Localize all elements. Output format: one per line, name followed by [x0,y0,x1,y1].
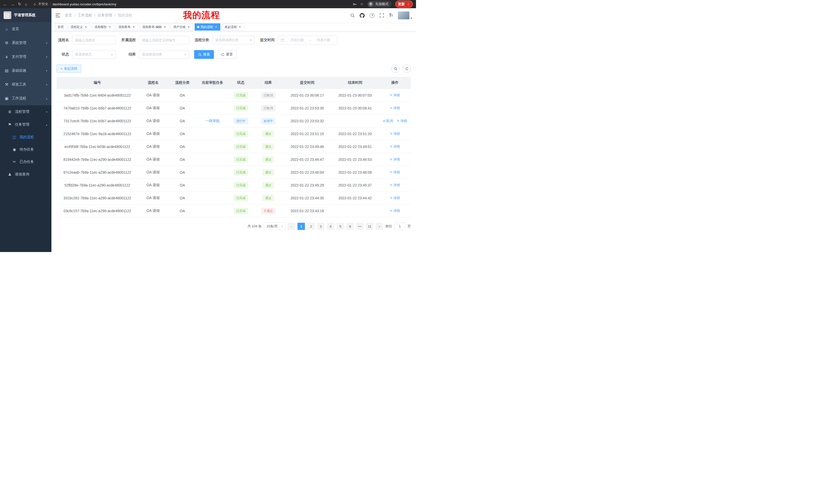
bookmark-star-icon[interactable]: ☆ [360,2,364,6]
submit-time-range-picker[interactable]: 开始日期 - 结束日期 [278,36,337,45]
logo-image [4,11,11,19]
home-icon[interactable]: ⌂ [25,2,27,6]
address-bar[interactable]: ⚠ 不安全 dashboard.yudao.iocoder.cn/bpm/tas… [33,2,116,6]
chevron-down-icon: ▾ [46,41,47,45]
sidebar-item-leave-query[interactable]: ♟ 请假查询 [0,168,51,181]
sidebar-item-home[interactable]: ⌂ 首页 [0,22,51,36]
back-icon[interactable]: ← [3,2,7,6]
tab-process-form[interactable]: 流程表单 × [116,23,138,31]
process-name-input[interactable] [72,36,116,45]
detail-link[interactable]: ✎详情 [390,144,400,149]
goto-page-input[interactable] [394,223,405,230]
detail-link[interactable]: ✎详情 [390,157,400,162]
close-icon[interactable]: × [132,25,135,29]
sidebar-item-infrastructure[interactable]: ▤ 基础设施 ▾ [0,64,51,78]
breadcrumb-item-task-mgmt[interactable]: 任务管理 [98,13,112,18]
start-date-placeholder[interactable]: 开始日期 [286,38,308,43]
close-icon[interactable]: × [108,25,111,29]
font-size-icon[interactable]: TT [389,13,393,18]
tab-process-form-edit[interactable]: 流程表单-编辑 × [139,23,169,31]
detail-link[interactable]: ✎详情 [397,119,407,123]
tab-process-model[interactable]: 流程模型 × [92,23,114,31]
user-avatar[interactable]: ▾ [398,11,412,20]
status-select[interactable]: 请选择状态 ▾ [72,50,116,59]
table-toolbar: + 发起流程 [57,64,411,73]
sidebar-item-todo-tasks[interactable]: ◉ 待办任务 [0,143,51,156]
forward-icon[interactable]: → [10,2,15,6]
detail-link[interactable]: ✎详情 [390,93,400,97]
tab-user-group[interactable]: 用户分组 × [171,23,193,31]
sidebar-item-my-process[interactable]: ◫ 我的流程 [0,131,51,143]
next-page-button[interactable]: › [375,223,383,230]
page-number-5[interactable]: 5 [337,223,344,230]
create-process-button[interactable]: + 发起流程 [57,64,81,73]
reset-button[interactable]: 重置 [217,50,237,59]
hamburger-icon[interactable] [55,13,60,18]
detail-link[interactable]: ✎详情 [390,170,400,175]
detail-link[interactable]: ✎详情 [390,132,400,136]
close-icon[interactable]: × [84,25,88,29]
table-row: 331bc281-7b9a-11ec-a290-acde48001122 OA … [57,192,411,204]
sidebar-item-task-mgmt[interactable]: ⚑ 任务管理 ▴ [0,118,51,131]
page-number-2[interactable]: 2 [307,223,315,230]
refresh-table-icon[interactable] [402,64,411,73]
cell-current-task: 一级审批 [197,115,228,128]
security-label[interactable]: 不安全 [38,2,48,6]
breadcrumb-separator: / [74,13,75,18]
reload-icon[interactable]: ↻ [18,2,21,6]
close-icon[interactable]: × [238,25,242,29]
select-placeholder: 请选择状态 [75,52,92,57]
sidebar-item-devtools[interactable]: ⚒ 研发工具 ▾ [0,78,51,91]
category-select[interactable]: 请选择流程分类 ▾ [212,36,255,45]
update-button[interactable]: 更新 ⋮ [395,1,413,8]
field-label: 流程分类 [194,38,209,43]
current-task-link[interactable]: 一级审批 [205,119,219,123]
browser-menu-icon[interactable]: ⋮ [407,2,410,6]
page-size-value: 10条/页 [266,224,278,229]
page-number-1[interactable]: 1 [297,223,305,230]
tab-my-process[interactable]: 我的流程 × [194,23,220,31]
close-icon[interactable]: × [187,25,190,29]
pagination-total: 共 104 条 [247,224,261,229]
cancel-link[interactable]: ⊘取消 [383,119,393,123]
tab-home[interactable]: 首页 [55,23,66,31]
result-select[interactable]: 请选择流结果 ▾ [139,50,189,59]
detail-link[interactable]: ✎详情 [390,196,400,200]
detail-link[interactable]: ✎详情 [390,106,400,110]
url-text[interactable]: dashboard.yudao.iocoder.cn/bpm/task/my [52,2,116,6]
breadcrumb-item-home[interactable]: 首页 [65,13,72,18]
page-number-last[interactable]: 11 [366,223,373,230]
search-button[interactable]: 搜索 [194,50,214,59]
github-icon[interactable] [360,13,365,18]
sidebar-item-process-mgmt[interactable]: ≣ 流程管理 ▾ [0,105,51,118]
password-key-icon[interactable] [353,2,357,6]
sidebar-item-payment[interactable]: ¥ 支付管理 ▾ [0,50,51,64]
close-icon[interactable]: × [214,25,218,29]
sidebar-item-workflow[interactable]: ▣ 工作流程 ▴ [0,91,51,105]
fullscreen-icon[interactable] [380,13,384,18]
page-number-6[interactable]: 6 [346,223,354,230]
breadcrumb-item-workflow[interactable]: 工作流程 [78,13,92,18]
prev-page-button[interactable]: ‹ [288,223,295,230]
close-icon[interactable]: × [163,25,166,29]
update-label[interactable]: 更新 [398,2,405,6]
sidebar-item-system[interactable]: ⚙ 系统管理 ▾ [0,36,51,50]
cell-id: 3ad174fb-7b9d-11ec-8404-acde48001122 [57,89,138,102]
detail-link[interactable]: ✎详情 [390,183,400,188]
process-key-input[interactable] [139,36,189,45]
more-pages-icon[interactable]: ••• [356,223,364,230]
sidebar-item-label: 基础设施 [12,68,26,73]
detail-link[interactable]: ✎详情 [390,208,400,213]
page-number-4[interactable]: 4 [327,223,334,230]
page-size-select[interactable]: 10条/页 ▾ [264,222,285,230]
cell-actions: ✎详情 [379,153,411,166]
toggle-search-icon[interactable] [391,64,399,73]
tab-start-process[interactable]: 发起流程 × [222,23,244,31]
page-number-3[interactable]: 3 [317,223,324,230]
cell-result: 处理中 [253,115,283,128]
end-date-placeholder[interactable]: 结束日期 [313,38,334,43]
sidebar-item-done-tasks[interactable]: ✂ 已办任务 [0,156,51,168]
help-icon[interactable]: ? [370,13,374,18]
search-icon[interactable] [350,13,355,18]
tab-process-definition[interactable]: 流程定义 × [68,23,90,31]
